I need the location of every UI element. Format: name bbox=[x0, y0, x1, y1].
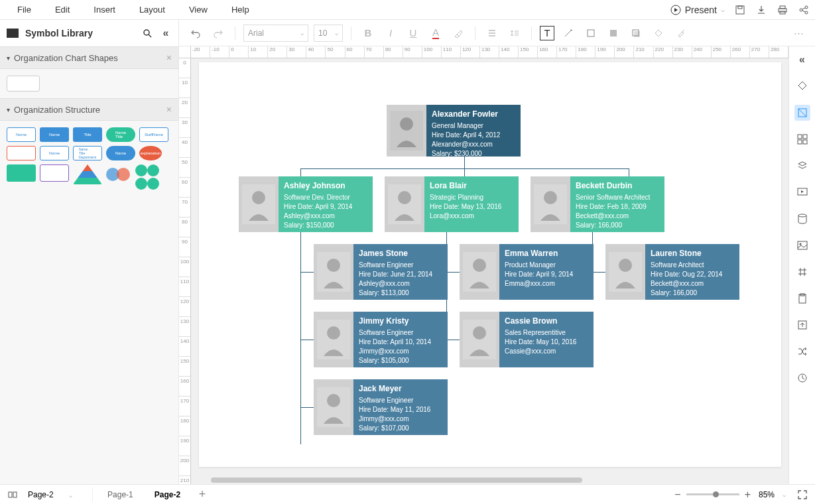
presentation-icon[interactable] bbox=[794, 184, 810, 200]
sidebar: ▾ Organization Chart Shapes × ▾ Organiza… bbox=[0, 46, 179, 484]
shape-thumb[interactable]: Name bbox=[7, 127, 36, 142]
card-hire: Hire Date: June 21, 2014 bbox=[359, 270, 442, 279]
org-card-root[interactable]: Alexander Fowler General Manager Hire Da… bbox=[387, 105, 521, 157]
share-icon[interactable] bbox=[798, 4, 810, 16]
line-spacing-button[interactable] bbox=[506, 25, 523, 42]
card-email: Emma@xxx.com bbox=[505, 279, 588, 288]
history-icon[interactable] bbox=[794, 370, 810, 386]
card-hire: Hire Date: May 10, 2016 bbox=[505, 338, 588, 347]
menu-edit[interactable]: Edit bbox=[43, 5, 82, 15]
shape-thumb[interactable]: Name bbox=[40, 146, 69, 160]
svg-point-9 bbox=[144, 30, 149, 35]
expand-panel-icon[interactable]: « bbox=[794, 52, 810, 68]
undo-button[interactable] bbox=[187, 25, 204, 42]
underline-button[interactable]: U bbox=[405, 25, 422, 42]
section-org-structure[interactable]: ▾ Organization Structure × bbox=[0, 98, 178, 121]
org-card[interactable]: Cassie BrownSales RepresentitiveHire Dat… bbox=[460, 312, 594, 367]
shape-thumb[interactable] bbox=[134, 164, 160, 190]
fullscreen-icon[interactable] bbox=[796, 489, 808, 501]
save-icon[interactable] bbox=[734, 4, 746, 16]
zoom-value[interactable]: 85% bbox=[759, 490, 775, 499]
present-button[interactable]: Present ⌵ bbox=[670, 5, 725, 15]
page-select[interactable]: Page-2 ⌵ bbox=[23, 487, 93, 502]
org-card[interactable]: Emma WarrenProduct ManagerHire Date: Apr… bbox=[460, 244, 594, 300]
shape-thumb[interactable]: NameTitleDepartment bbox=[73, 146, 102, 160]
shape-shadow-button[interactable] bbox=[627, 25, 645, 42]
svg-point-15 bbox=[400, 117, 413, 131]
card-title: Senior Software Architect bbox=[576, 193, 659, 202]
org-card[interactable]: Lora BlairStrategic PlanningHire Date: M… bbox=[385, 176, 519, 232]
shuffle-icon[interactable] bbox=[794, 344, 810, 359]
shape-thumb[interactable] bbox=[7, 164, 36, 182]
shape-thumb[interactable] bbox=[40, 164, 69, 182]
redo-button[interactable] bbox=[210, 25, 227, 42]
org-card[interactable]: Ashley JohnsonSoftware Dev. DirectorHire… bbox=[239, 176, 373, 232]
layers-icon[interactable] bbox=[794, 158, 810, 174]
shape-thumb[interactable]: explanation bbox=[139, 146, 162, 160]
collapse-sidebar-icon[interactable]: « bbox=[160, 27, 172, 39]
org-card[interactable]: Lauren StoneSoftware ArchitectHire Date:… bbox=[605, 244, 739, 300]
eyedropper-button[interactable] bbox=[672, 25, 690, 42]
svg-point-31 bbox=[473, 326, 486, 340]
org-card[interactable]: Jack MeyerSoftware EngineerHire Date: Ma… bbox=[314, 379, 448, 435]
theme-icon[interactable] bbox=[794, 105, 810, 121]
menu-insert[interactable]: Insert bbox=[82, 5, 127, 15]
menu-file[interactable]: File bbox=[5, 5, 43, 15]
shape-thumb[interactable] bbox=[7, 76, 40, 92]
italic-button[interactable]: I bbox=[382, 25, 399, 42]
connector-button[interactable] bbox=[560, 25, 577, 42]
shape-thumb[interactable]: Title bbox=[73, 127, 102, 142]
highlight-button[interactable] bbox=[450, 25, 467, 42]
close-icon[interactable]: × bbox=[166, 104, 172, 115]
image-icon[interactable] bbox=[794, 237, 810, 253]
menu-view[interactable]: View bbox=[177, 5, 219, 15]
menu-help[interactable]: Help bbox=[219, 5, 261, 15]
canvas-area[interactable]: -20-100102030405060708090100110120130140… bbox=[179, 46, 788, 484]
clipboard-icon[interactable] bbox=[794, 290, 810, 306]
avatar bbox=[314, 244, 353, 300]
search-icon[interactable] bbox=[141, 27, 153, 39]
shape-thumb[interactable]: Name bbox=[40, 127, 69, 142]
section-org-shapes[interactable]: ▾ Organization Chart Shapes × bbox=[0, 46, 178, 69]
close-icon[interactable]: × bbox=[166, 52, 172, 63]
shape-style-button[interactable] bbox=[650, 25, 667, 42]
shape-thumb[interactable]: NameTitle bbox=[106, 127, 135, 142]
shape-thumb[interactable] bbox=[7, 146, 36, 160]
zoom-slider[interactable] bbox=[686, 493, 739, 495]
horizontal-scrollbar[interactable] bbox=[191, 476, 788, 484]
menu-layout[interactable]: Layout bbox=[127, 5, 177, 15]
shape-thumb[interactable]: StaffName bbox=[139, 127, 168, 142]
avatar bbox=[460, 244, 499, 300]
shape-fill-button[interactable] bbox=[605, 25, 622, 42]
tab-page2[interactable]: Page-2 bbox=[144, 490, 191, 499]
canvas[interactable]: Alexander Fowler General Manager Hire Da… bbox=[199, 62, 781, 467]
org-card[interactable]: Beckett DurbinSenior Software ArchitectH… bbox=[531, 176, 664, 232]
add-page-button[interactable]: + bbox=[196, 489, 208, 501]
shape-thumb[interactable] bbox=[73, 164, 102, 184]
zoom-out-button[interactable]: − bbox=[674, 489, 680, 501]
bold-button[interactable]: B bbox=[359, 25, 377, 42]
components-icon[interactable] bbox=[794, 131, 810, 147]
org-card[interactable]: James StoneSoftware EngineerHire Date: J… bbox=[314, 244, 448, 300]
database-icon[interactable] bbox=[794, 211, 810, 227]
org-card[interactable]: Jimmy KristySoftware EngineerHire Date: … bbox=[314, 312, 448, 367]
fill-icon[interactable] bbox=[794, 78, 810, 94]
grid-icon[interactable] bbox=[794, 264, 810, 280]
align-button[interactable] bbox=[483, 25, 501, 42]
more-button[interactable]: ⋯ bbox=[790, 25, 807, 42]
font-color-button[interactable]: A bbox=[427, 25, 444, 42]
font-size-select[interactable]: 10⌵ bbox=[314, 25, 343, 42]
size-value: 10 bbox=[318, 29, 327, 38]
font-select[interactable]: Arial⌵ bbox=[243, 25, 308, 42]
pages-icon[interactable] bbox=[7, 489, 19, 501]
shape-outline-button[interactable] bbox=[582, 25, 599, 42]
tab-page1[interactable]: Page-1 bbox=[97, 490, 144, 499]
print-icon[interactable] bbox=[777, 4, 788, 16]
download-icon[interactable] bbox=[755, 4, 767, 16]
connector bbox=[300, 168, 301, 176]
export-icon[interactable] bbox=[794, 317, 810, 333]
shape-thumb[interactable] bbox=[106, 164, 130, 184]
text-tool-button[interactable]: T bbox=[540, 26, 554, 40]
shape-thumb[interactable]: Name bbox=[106, 146, 135, 160]
zoom-in-button[interactable]: + bbox=[745, 489, 751, 501]
